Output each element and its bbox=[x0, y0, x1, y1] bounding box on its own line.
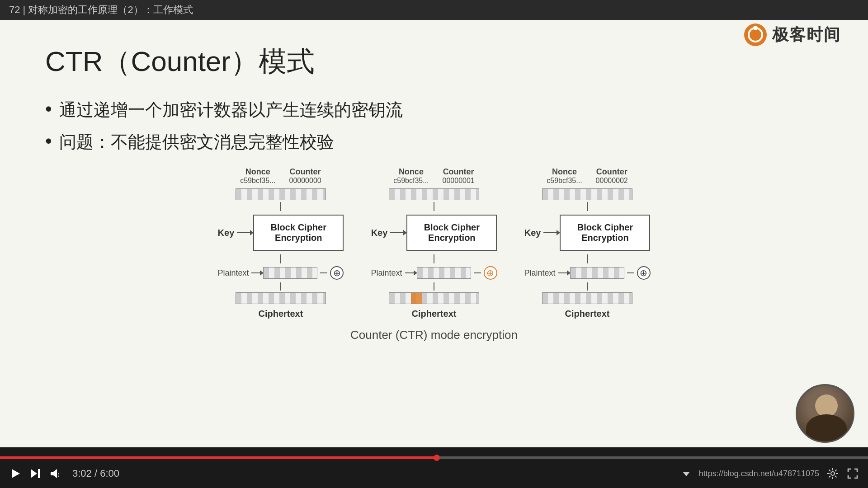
keystream-arrow-2 bbox=[434, 254, 434, 263]
diagram-caption: Counter (CTR) mode encryption bbox=[350, 328, 518, 342]
svg-marker-3 bbox=[12, 469, 20, 478]
svg-marker-6 bbox=[51, 469, 57, 478]
cipher-box-3: Block Cipher Encryption bbox=[560, 215, 650, 251]
avatar bbox=[796, 384, 854, 443]
svg-line-14 bbox=[829, 470, 831, 472]
video-title: 72 | 对称加密的工作原理（2）：工作模式 bbox=[9, 3, 193, 17]
key-row-2: Key Block Cipher Encryption bbox=[371, 213, 497, 253]
output-arrow-1 bbox=[280, 282, 281, 291]
volume-icon: ) bbox=[49, 467, 61, 480]
skip-icon bbox=[29, 467, 42, 480]
avatar-image bbox=[797, 385, 853, 441]
counter-item-1: Counter 00000000 bbox=[289, 167, 321, 185]
nonce-item-3: Nonce c59bcf35... bbox=[547, 167, 582, 185]
nonce-item-1: Nonce c59bcf35... bbox=[240, 167, 275, 185]
svg-text:): ) bbox=[58, 472, 59, 477]
diagram-blocks: Nonce c59bcf35... Counter 00000000 bbox=[217, 167, 650, 319]
nonce-counter-row-1: Nonce c59bcf35... Counter 00000000 bbox=[240, 167, 321, 185]
progress-filled bbox=[0, 456, 437, 459]
plaintext-bits-3 bbox=[570, 267, 624, 279]
logo-area: 极客时间 bbox=[743, 23, 841, 47]
ctr-block-1: Nonce c59bcf35... Counter 00000000 bbox=[217, 167, 344, 319]
svg-rect-5 bbox=[38, 469, 40, 478]
controls-bottom: ) 3:02 / 6:00 https://blog.csdn.net/u478… bbox=[0, 459, 868, 488]
nonce-counter-row-2: Nonce c59bcf35... Counter 00000001 bbox=[393, 167, 474, 185]
arrow-2 bbox=[434, 202, 434, 211]
svg-point-2 bbox=[753, 26, 758, 30]
xor-3: ⊕ bbox=[637, 266, 651, 280]
nonce-counter-row-3: Nonce c59bcf35... Counter 00000002 bbox=[547, 167, 627, 185]
settings-button[interactable] bbox=[826, 467, 839, 480]
cipher-box-2: Block Cipher Encryption bbox=[406, 215, 497, 251]
ciphertext-bits-1 bbox=[236, 292, 326, 304]
key-row-1: Key Block Cipher Encryption bbox=[217, 213, 344, 253]
volume-button[interactable]: ) bbox=[49, 467, 61, 480]
output-arrow-3 bbox=[587, 282, 588, 291]
xor-1: ⊕ bbox=[330, 266, 344, 280]
svg-line-17 bbox=[829, 476, 831, 478]
keystream-arrow-1 bbox=[280, 254, 281, 263]
progress-dot bbox=[434, 455, 440, 461]
bullet-item-1: 通过递增一个加密计数器以产生连续的密钥流 bbox=[45, 99, 823, 122]
nonce-item-2: Nonce c59bcf35... bbox=[393, 167, 429, 185]
settings-icon bbox=[826, 467, 839, 480]
progress-bar[interactable] bbox=[0, 456, 868, 459]
fullscreen-icon bbox=[846, 467, 859, 480]
svg-marker-8 bbox=[683, 472, 690, 476]
ctr-block-2: Nonce c59bcf35... Counter 00000001 Key bbox=[371, 167, 497, 319]
slide-title: CTR（Counter）模式 bbox=[45, 42, 823, 80]
input-bits-3 bbox=[542, 188, 632, 200]
plaintext-row-1: Plaintext ⊕ bbox=[217, 265, 344, 281]
counter-item-2: Counter 00000001 bbox=[443, 167, 475, 185]
svg-marker-4 bbox=[31, 469, 37, 478]
logo-text: 极客时间 bbox=[772, 24, 841, 46]
plaintext-row-3: Plaintext ⊕ bbox=[524, 265, 651, 281]
ctr-block-3: Nonce c59bcf35... Counter 00000002 Key bbox=[524, 167, 651, 319]
xor-2: ⊕ bbox=[484, 266, 497, 280]
plaintext-bits-1 bbox=[263, 267, 317, 279]
slide-content: CTR（Counter）模式 通过递增一个加密计数器以产生连续的密钥流 问题：不… bbox=[0, 20, 868, 447]
skip-button[interactable] bbox=[29, 467, 42, 480]
top-bar: 72 | 对称加密的工作原理（2）：工作模式 bbox=[0, 0, 868, 20]
svg-line-16 bbox=[835, 470, 837, 472]
svg-point-9 bbox=[831, 472, 835, 475]
dropdown-button[interactable] bbox=[681, 468, 692, 479]
cipher-box-1: Block Cipher Encryption bbox=[253, 215, 344, 251]
diagram-area: Nonce c59bcf35... Counter 00000000 bbox=[45, 167, 823, 342]
bullet-list: 通过递增一个加密计数器以产生连续的密钥流 问题：不能提供密文消息完整性校验 bbox=[45, 99, 823, 154]
bullet-item-2: 问题：不能提供密文消息完整性校验 bbox=[45, 131, 823, 154]
play-icon bbox=[9, 467, 22, 480]
counter-item-3: Counter 00000002 bbox=[596, 167, 628, 185]
play-button[interactable] bbox=[9, 467, 22, 480]
plaintext-bits-2 bbox=[417, 267, 471, 279]
arrow-1 bbox=[280, 202, 281, 211]
plaintext-row-2: Plaintext ⊕ bbox=[371, 265, 497, 281]
input-bits-1 bbox=[236, 188, 326, 200]
key-row-3: Key Block Cipher Encryption bbox=[524, 213, 651, 253]
ciphertext-bits-2 bbox=[389, 292, 479, 304]
keystream-arrow-3 bbox=[587, 254, 588, 263]
time-display: 3:02 / 6:00 bbox=[72, 468, 119, 479]
svg-line-15 bbox=[835, 476, 837, 478]
output-arrow-2 bbox=[434, 282, 434, 291]
source-url: https://blog.csdn.net/u478711075 bbox=[699, 469, 819, 479]
chevron-down-icon bbox=[681, 468, 692, 479]
input-bits-2 bbox=[389, 188, 479, 200]
arrow-3 bbox=[587, 202, 588, 211]
fullscreen-button[interactable] bbox=[846, 467, 859, 480]
controls-bar: ) 3:02 / 6:00 https://blog.csdn.net/u478… bbox=[0, 447, 868, 488]
geek-time-logo-icon bbox=[743, 23, 768, 47]
ciphertext-bits-3 bbox=[542, 292, 632, 304]
